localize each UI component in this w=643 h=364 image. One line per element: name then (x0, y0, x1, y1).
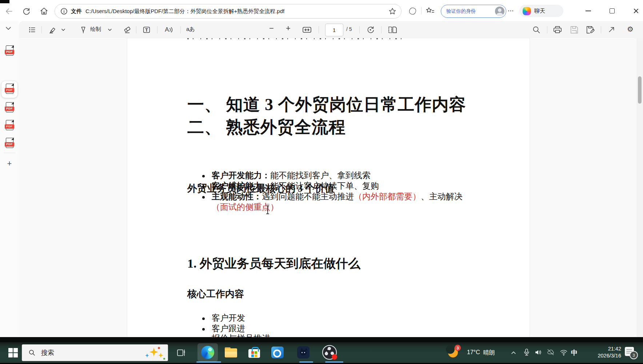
pdf-tab-5[interactable]: PDF (5, 138, 14, 149)
value-bullet-1: 客户开发能力：能不能找到客户、拿到线索 (212, 170, 371, 181)
wifi-tray-icon[interactable] (559, 347, 569, 357)
start-button[interactable] (6, 347, 20, 359)
microphone-tray-icon[interactable] (522, 347, 532, 357)
read-aloud-button[interactable]: A (163, 25, 175, 35)
tray-overflow-chevron-icon[interactable] (508, 348, 519, 357)
page-info-icon[interactable] (60, 7, 68, 15)
new-tab-button[interactable]: + (4, 159, 15, 169)
page-number-input[interactable] (325, 24, 343, 36)
pdf-tab-4[interactable]: PDF (5, 120, 14, 131)
save-as-button[interactable] (585, 25, 596, 35)
eraser-button[interactable] (122, 25, 133, 35)
table-of-contents-button[interactable] (27, 25, 38, 35)
toolbar-divider (319, 26, 319, 33)
pdf-file-icon: PDF (5, 84, 14, 95)
page-view-button[interactable] (387, 25, 399, 35)
taskbar-cat-app-button[interactable] (293, 343, 313, 361)
pdf-page[interactable]: 一、 知道 3 个外贸岗位日常工作内容 二、 熟悉外贸全流程 外贸业务员岗位最核… (127, 38, 530, 337)
draw-pen-icon[interactable] (78, 25, 89, 35)
clipped-previous-line (187, 38, 403, 39)
copilot-chat-button[interactable]: 聊天 (519, 5, 563, 17)
tab-strip-divider (4, 153, 15, 153)
sidebar-collapse-chevron-icon[interactable] (3, 24, 14, 33)
cat-app-running-indicator (299, 361, 313, 363)
value-bullet-3: 主观能动性：遇到问题能不能主动推进（内外部都需要）、主动解决 (212, 191, 463, 202)
vertical-tab-strip: PDF PDF PDF PDF PDF + (0, 21, 19, 337)
pdf-viewer-area: 一、 知道 3 个外贸岗位日常工作内容 二、 熟悉外贸全流程 外贸业务员岗位最核… (19, 38, 643, 337)
copilot-icon (523, 7, 531, 15)
taskbar-obs-button[interactable] (319, 343, 340, 361)
clock-widget[interactable]: 21:42 2026/3/16 (584, 345, 621, 359)
toolbar-divider (381, 26, 382, 33)
address-bar[interactable]: 文件 C:/Users/L/Desktop/最终版PDF/第二部分：外贸岗位全景… (55, 4, 402, 19)
refresh-button[interactable] (21, 6, 32, 16)
weather-text[interactable]: 17°C 晴朗 (467, 349, 495, 357)
pdf-tab-3[interactable]: PDF (5, 102, 14, 113)
pdf-file-icon: PDF (5, 102, 14, 113)
fullscreen-button[interactable] (606, 25, 617, 35)
home-button[interactable] (39, 6, 49, 16)
save-button[interactable] (569, 25, 580, 35)
pdf-section-heading: 1. 外贸业务员每天到底在做什么 (187, 255, 360, 272)
file-explorer-icon (225, 347, 237, 357)
minimize-button[interactable] (582, 5, 594, 16)
onedrive-paused-tray-icon[interactable] (546, 347, 556, 357)
draw-button-label[interactable]: 绘制 (90, 26, 101, 33)
browser-essentials-icon[interactable] (407, 7, 418, 15)
weather-widget[interactable]: 3 (448, 348, 458, 357)
settings-more-button[interactable]: ··· (505, 6, 517, 16)
highlighter-dropdown-chevron-icon[interactable] (60, 26, 67, 33)
search-placeholder: 搜索 (41, 348, 54, 357)
taskbar-outlook-button[interactable] (267, 343, 288, 361)
maximize-button[interactable] (606, 5, 618, 16)
zoom-out-button[interactable]: − (269, 24, 274, 33)
pdf-scrollbar-thumb[interactable] (638, 76, 642, 104)
toolbar-divider (547, 26, 547, 33)
value-bullet-2: 客户维护能力：能不能让客户持续下单、复购 (212, 180, 379, 192)
draw-dropdown-chevron-icon[interactable] (106, 26, 113, 33)
toolbar-divider (359, 26, 360, 33)
pdf-settings-gear-icon[interactable]: ⚙ (627, 25, 634, 33)
add-text-glyph: T (145, 27, 148, 33)
highlighter-button[interactable] (47, 25, 58, 35)
obs-running-indicator (325, 361, 343, 363)
favorite-star-icon[interactable] (388, 7, 397, 16)
weather-badge: 3 (455, 345, 461, 351)
task-view-button[interactable] (174, 347, 188, 359)
ime-indicator[interactable]: 中 (571, 348, 578, 357)
cat-app-icon (297, 346, 309, 359)
work-bullet-3-clipped: 报价与样品推进 (212, 333, 270, 337)
pdf-file-icon: PDF (5, 45, 14, 56)
browser-title-bar: 文件 C:/Users/L/Desktop/最终版PDF/第二部分：外贸岗位全景… (0, 0, 643, 21)
taskbar-search-box[interactable]: 搜索 (22, 344, 168, 361)
taskbar-store-button[interactable] (244, 343, 264, 361)
pdf-tab-1[interactable]: PDF (5, 45, 14, 56)
translate-button[interactable]: aあ (186, 26, 195, 33)
rotate-button[interactable] (365, 25, 376, 35)
taskbar-file-explorer-button[interactable] (221, 343, 241, 361)
windows-logo-icon (8, 348, 18, 357)
close-button[interactable] (630, 5, 642, 16)
print-button[interactable] (552, 25, 563, 35)
recording-dot-badge (332, 354, 337, 360)
favorites-list-icon[interactable] (425, 6, 436, 16)
weather-temp: 17°C (467, 349, 480, 357)
pdf-tab-2-active[interactable]: PDF (5, 84, 14, 95)
pdf-heading-2: 二、 熟悉外贸全流程 (187, 116, 346, 139)
add-text-button[interactable]: T (141, 25, 152, 35)
zoom-in-button[interactable]: + (286, 24, 291, 33)
fit-to-width-button[interactable] (301, 25, 313, 35)
pdf-subsection-heading: 核心工作内容 (187, 288, 244, 300)
page-total-label: / 5 (346, 26, 352, 32)
search-document-button[interactable] (531, 25, 542, 35)
taskbar-edge-button[interactable] (197, 343, 218, 361)
windows-taskbar: 搜索 (0, 342, 643, 363)
back-button[interactable] (4, 6, 15, 16)
edge-icon (201, 346, 214, 359)
clock-date: 2026/3/16 (584, 352, 621, 359)
volume-tray-icon[interactable] (533, 347, 543, 357)
notification-center-button[interactable]: 3 (625, 347, 634, 356)
clock-time: 21:42 (584, 345, 621, 352)
profile-avatar (495, 7, 504, 16)
verify-identity-button[interactable]: 验证你的身份 (441, 5, 506, 18)
